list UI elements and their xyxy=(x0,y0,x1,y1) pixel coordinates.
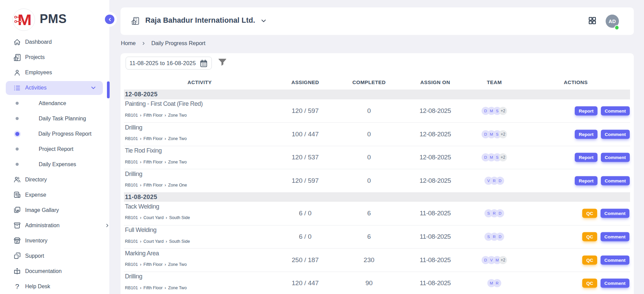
svg-text:M: M xyxy=(18,12,32,28)
